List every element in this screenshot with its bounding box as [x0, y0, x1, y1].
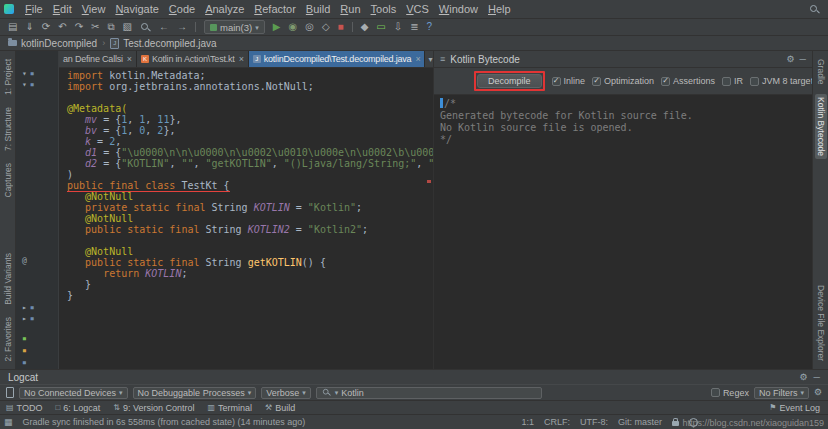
- highlighting-level-icon[interactable]: [689, 418, 698, 427]
- status-1-1[interactable]: 1:1: [521, 417, 534, 427]
- processes-select[interactable]: No Debuggable Processes ▾: [133, 387, 257, 399]
- panel-menu-icon[interactable]: ≡: [440, 55, 445, 64]
- search-everywhere-icon[interactable]: [809, 4, 820, 15]
- status-utf-8[interactable]: UTF-8:: [580, 417, 608, 427]
- help-icon[interactable]: ?: [427, 22, 433, 32]
- stop-icon[interactable]: ■: [338, 22, 344, 32]
- decompile-button[interactable]: Decompile: [477, 74, 542, 88]
- project-panel-sliver[interactable]: ▾▪▾▪@▸▪▸▪▪▪▪: [16, 51, 59, 369]
- toolwindow-tab-9-version-control[interactable]: ⇅9: Version Control: [113, 403, 194, 413]
- checkbox-ir[interactable]: [722, 77, 731, 86]
- toolwindow-tab-event-log[interactable]: ⚑ Event Log: [769, 403, 820, 413]
- breadcrumb-item-kotlindecompiled[interactable]: kotlinDecompiled: [8, 38, 97, 49]
- logcat-settings-gear-icon[interactable]: ⚙: [800, 373, 808, 382]
- save-all-icon[interactable]: ⇓: [25, 22, 33, 32]
- debug-icon[interactable]: ◉: [288, 22, 297, 32]
- toolwindow-button-2-favorites[interactable]: 2: Favorites: [2, 314, 14, 364]
- regex-checkbox[interactable]: [711, 388, 720, 397]
- toolwindow-button-device-file-explorer[interactable]: Device File Explorer: [815, 282, 827, 364]
- sdk-manager-icon[interactable]: ⇩: [394, 22, 402, 32]
- toolwindow-tab-build[interactable]: ⚒Build: [265, 403, 295, 413]
- checkbox-assertions[interactable]: ✓: [661, 77, 670, 86]
- menu-tools[interactable]: Tools: [366, 3, 402, 15]
- checkbox-jvm-8-target[interactable]: [750, 77, 759, 86]
- log-level-select[interactable]: Verbose ▾: [261, 387, 311, 399]
- menu-window[interactable]: Window: [434, 3, 483, 15]
- toolwindow-button-1-project[interactable]: 1: Project: [2, 56, 14, 98]
- toolwindow-switcher-icon[interactable]: ▦: [4, 418, 13, 427]
- editor-tab-kotlindecompiled-test-decompiled-java[interactable]: JkotlinDecompiled\Test.decompiled.java×: [249, 51, 426, 67]
- code-editor[interactable]: import kotlin.Metadata;import org.jetbra…: [59, 68, 433, 369]
- menu-edit[interactable]: Edit: [48, 3, 77, 15]
- option-assertions[interactable]: ✓Assertions: [661, 76, 715, 86]
- bytecode-output[interactable]: /*Generated bytecode for Kotlin source f…: [434, 95, 812, 369]
- error-stripe-mark[interactable]: [427, 180, 431, 183]
- toolwindow-button-7-structure[interactable]: 7: Structure: [2, 104, 14, 154]
- panel-settings-gear-icon[interactable]: ⚙: [787, 55, 795, 64]
- menu-vcs[interactable]: VCS: [401, 3, 434, 15]
- tab-close-icon[interactable]: ×: [127, 54, 132, 64]
- menu-view[interactable]: View: [77, 3, 111, 15]
- cut-icon[interactable]: ✂: [91, 22, 99, 32]
- option-inline[interactable]: ✓Inline: [552, 76, 586, 86]
- checkbox-optimization[interactable]: ✓: [592, 77, 601, 86]
- menu-build[interactable]: Build: [301, 3, 335, 15]
- option-ir[interactable]: IR: [722, 76, 743, 86]
- run-icon[interactable]: ▶: [273, 22, 281, 32]
- lock-icon[interactable]: [672, 421, 679, 426]
- option-optimization[interactable]: ✓Optimization: [592, 76, 654, 86]
- paste-icon[interactable]: ▧: [123, 22, 132, 32]
- toolwindow-button-gradle[interactable]: Gradle: [815, 56, 827, 88]
- toolwindow-tab-6-logcat[interactable]: □6: Logcat: [55, 403, 100, 413]
- checkbox-inline[interactable]: ✓: [552, 77, 561, 86]
- option-jvm-8-target[interactable]: JVM 8 target: [750, 76, 812, 86]
- logcat-config-gear-icon[interactable]: ⚙: [814, 388, 822, 397]
- panel-hide-icon[interactable]: ─: [800, 55, 806, 64]
- editor-tab-an-define-callsi[interactable]: an Define Callsi×: [59, 51, 137, 67]
- coverage-icon[interactable]: ◎: [305, 22, 314, 32]
- editor-tab-kotlin-in-action-test-kt[interactable]: KKotlin in Action\Test.kt×: [137, 51, 249, 67]
- profiler-icon[interactable]: ◇: [322, 22, 330, 32]
- menu-file[interactable]: File: [20, 3, 48, 15]
- toolwindow-button-build-variants[interactable]: Build Variants: [2, 250, 14, 308]
- tabs-list-icon[interactable]: ▾: [425, 55, 433, 64]
- undo-icon[interactable]: ↶: [58, 22, 66, 32]
- devices-select[interactable]: No Connected Devices ▾: [19, 387, 128, 399]
- menu-help[interactable]: Help: [483, 3, 516, 15]
- gradle-sync-icon[interactable]: ◆: [361, 22, 369, 32]
- logcat-search-input[interactable]: ▾ Kotlin: [316, 387, 542, 399]
- tree-expand-icon[interactable]: ▸: [22, 315, 27, 323]
- find-icon[interactable]: [140, 22, 151, 33]
- tree-expand-icon[interactable]: ▸: [22, 304, 27, 312]
- back-icon[interactable]: ←: [159, 22, 169, 32]
- menu-code[interactable]: Code: [164, 3, 200, 15]
- logcat-hide-icon[interactable]: ─: [814, 373, 820, 382]
- toolwindow-tab-todo[interactable]: ▤TODO: [6, 403, 42, 413]
- status-crlf[interactable]: CRLF:: [544, 417, 570, 427]
- open-icon[interactable]: ▤: [8, 22, 17, 32]
- filters-select[interactable]: No Filters ▾: [754, 387, 809, 399]
- sync-icon[interactable]: ⟳: [42, 22, 50, 32]
- redo-icon[interactable]: ↷: [75, 22, 83, 32]
- status-git-master[interactable]: Git: master: [618, 417, 662, 427]
- fold-arrow-icon[interactable]: ▾: [22, 81, 27, 89]
- avd-manager-icon[interactable]: ▭: [376, 22, 385, 32]
- tab-close-icon[interactable]: ×: [239, 54, 244, 64]
- status-message[interactable]: Gradle sync finished in 6s 558ms (from c…: [23, 417, 306, 427]
- menu-run[interactable]: Run: [335, 3, 365, 15]
- toolwindow-tab-terminal[interactable]: ▥Terminal: [208, 403, 253, 413]
- tab-close-icon[interactable]: ×: [415, 54, 420, 64]
- forward-icon[interactable]: →: [177, 22, 187, 32]
- project-structure-icon[interactable]: ≣: [410, 22, 418, 32]
- copy-icon[interactable]: ⧉: [107, 22, 114, 32]
- menu-refactor[interactable]: Refactor: [249, 3, 301, 15]
- toolwindow-button-kotlin-bytecode[interactable]: Kotlin Bytecode: [815, 94, 827, 159]
- menu-navigate[interactable]: Navigate: [110, 3, 163, 15]
- run-config-select[interactable]: main(3)▾: [204, 20, 265, 34]
- menu-analyze[interactable]: Analyze: [200, 3, 249, 15]
- toolwindow-button-captures[interactable]: Captures: [2, 160, 14, 201]
- logcat-title[interactable]: Logcat: [8, 372, 38, 383]
- fold-arrow-icon[interactable]: ▾: [22, 70, 27, 78]
- breadcrumb-item-test-decompiled-java[interactable]: JTest.decompiled.java: [110, 38, 216, 49]
- regex-option[interactable]: Regex: [711, 388, 749, 398]
